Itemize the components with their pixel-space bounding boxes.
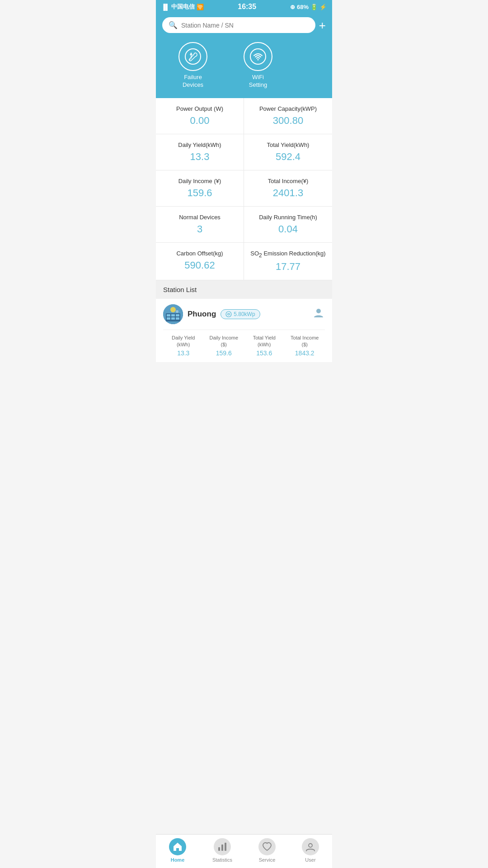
stat-total-yield-value: 592.4	[249, 151, 328, 163]
stat-daily-income-label: Daily Income (¥)	[160, 178, 239, 184]
stat-total-income-label: Total Income(¥)	[249, 178, 328, 184]
station-capacity-value: 5.80kWp	[234, 311, 255, 317]
stat-carbon-offset: Carbon Offset(kg) 590.62	[156, 243, 244, 281]
stat-normal-devices-label: Normal Devices	[160, 214, 239, 221]
station-capacity-badge: 5.80kWp	[221, 309, 260, 319]
wifi-setting-label: WiFiSetting	[249, 74, 267, 89]
status-bar: ▐▌ 中国电信 🛜 16:35 ⊕ 68% 🔋 ⚡	[156, 0, 332, 14]
stat-daily-yield-label: Daily Yield(kWh)	[160, 142, 239, 148]
stat-power-capacity-label: Power Capacity(kWP)	[249, 105, 328, 112]
station-total-income-value: 1843.2	[285, 349, 325, 357]
svg-point-1	[250, 49, 266, 64]
wifi-setting-icon	[244, 42, 272, 71]
stat-carbon-offset-label: Carbon Offset(kg)	[160, 250, 239, 257]
svg-rect-6	[171, 314, 175, 316]
svg-point-2	[258, 59, 259, 61]
stat-power-output-value: 0.00	[160, 115, 239, 127]
stat-daily-running-time-value: 0.04	[249, 223, 328, 235]
stat-normal-devices-value: 3	[160, 223, 239, 235]
stat-so2-emission: SO2 Emission Reduction(kg) 17.77	[244, 243, 332, 281]
signal-icon: ▐▌	[161, 4, 169, 10]
svg-point-0	[185, 49, 201, 64]
station-stats: Daily Yield(kWh) 13.3 Daily Income($) 15…	[163, 330, 325, 357]
stat-power-capacity-value: 300.80	[249, 115, 328, 127]
battery-label: 68%	[297, 4, 309, 10]
station-list-header: Station List	[156, 280, 332, 299]
status-left: ▐▌ 中国电信 🛜	[161, 3, 204, 11]
add-button[interactable]: +	[319, 19, 326, 31]
wifi-status-icon: 🛜	[197, 4, 204, 10]
failure-devices-label: FailureDevices	[183, 74, 203, 89]
failure-devices-item[interactable]: FailureDevices	[178, 42, 207, 89]
station-avatar	[163, 304, 183, 324]
search-icon: 🔍	[169, 21, 178, 29]
charge-icon: ⚡	[319, 4, 327, 10]
svg-rect-10	[176, 317, 179, 320]
station-card[interactable]: Phuong 5.80kWp Daily Yield(kWh) 13.3 Dai…	[156, 299, 332, 362]
svg-point-12	[176, 310, 178, 313]
carrier-label: 中国电信	[171, 3, 195, 11]
stats-grid: Power Output (W) 0.00 Power Capacity(kWP…	[156, 98, 332, 281]
stat-daily-yield-value: 13.3	[160, 151, 239, 163]
station-total-yield-value: 153.6	[244, 349, 285, 357]
station-total-yield: Total Yield(kWh) 153.6	[244, 335, 285, 357]
svg-rect-5	[167, 314, 170, 316]
stat-power-output-label: Power Output (W)	[160, 105, 239, 112]
stat-daily-income: Daily Income (¥) 159.6	[156, 170, 244, 207]
search-bar[interactable]: 🔍	[162, 17, 315, 33]
stat-daily-yield: Daily Yield(kWh) 13.3	[156, 134, 244, 170]
stat-daily-running-time: Daily Running Time(h) 0.04	[244, 207, 332, 243]
svg-point-11	[170, 307, 176, 312]
stat-daily-running-time-label: Daily Running Time(h)	[249, 214, 328, 221]
stat-total-income: Total Income(¥) 2401.3	[244, 170, 332, 207]
station-total-yield-label: Total Yield(kWh)	[244, 335, 285, 348]
stat-total-yield: Total Yield(kWh) 592.4	[244, 134, 332, 170]
station-daily-yield-value: 13.3	[163, 349, 204, 357]
station-daily-income-label: Daily Income($)	[204, 335, 244, 348]
failure-devices-icon	[178, 42, 207, 71]
svg-point-15	[316, 309, 321, 313]
station-daily-income: Daily Income($) 159.6	[204, 335, 244, 357]
stat-carbon-offset-value: 590.62	[160, 259, 239, 271]
svg-rect-9	[171, 317, 175, 320]
time-display: 16:35	[238, 3, 256, 11]
location-icon: ⊕	[290, 4, 295, 10]
battery-icon: 🔋	[310, 4, 318, 10]
station-daily-income-value: 159.6	[204, 349, 244, 357]
svg-point-14	[228, 316, 229, 316]
station-daily-yield: Daily Yield(kWh) 13.3	[163, 335, 204, 357]
stat-daily-income-value: 159.6	[160, 187, 239, 199]
header: 🔍 +	[156, 14, 332, 38]
wifi-setting-item[interactable]: WiFiSetting	[244, 42, 272, 89]
stat-normal-devices: Normal Devices 3	[156, 207, 244, 243]
stat-so2-emission-value: 17.77	[249, 261, 328, 273]
station-daily-yield-label: Daily Yield(kWh)	[163, 335, 204, 348]
svg-rect-7	[176, 314, 179, 316]
stat-total-yield-label: Total Yield(kWh)	[249, 142, 328, 148]
stat-total-income-value: 2401.3	[249, 187, 328, 199]
icon-section: FailureDevices WiFiSetting	[156, 38, 332, 98]
stat-so2-emission-label: SO2 Emission Reduction(kg)	[249, 250, 328, 259]
station-list-title: Station List	[163, 286, 197, 293]
svg-rect-8	[167, 317, 170, 320]
status-right: ⊕ 68% 🔋 ⚡	[290, 4, 327, 10]
stat-power-capacity: Power Capacity(kWP) 300.80	[244, 98, 332, 134]
station-total-income-label: Total Income($)	[285, 335, 325, 348]
station-name: Phuong	[188, 310, 216, 319]
station-top: Phuong 5.80kWp	[163, 304, 325, 324]
station-user-icon	[312, 307, 325, 322]
station-total-income: Total Income($) 1843.2	[285, 335, 325, 357]
stat-power-output: Power Output (W) 0.00	[156, 98, 244, 134]
search-input[interactable]	[181, 22, 309, 29]
